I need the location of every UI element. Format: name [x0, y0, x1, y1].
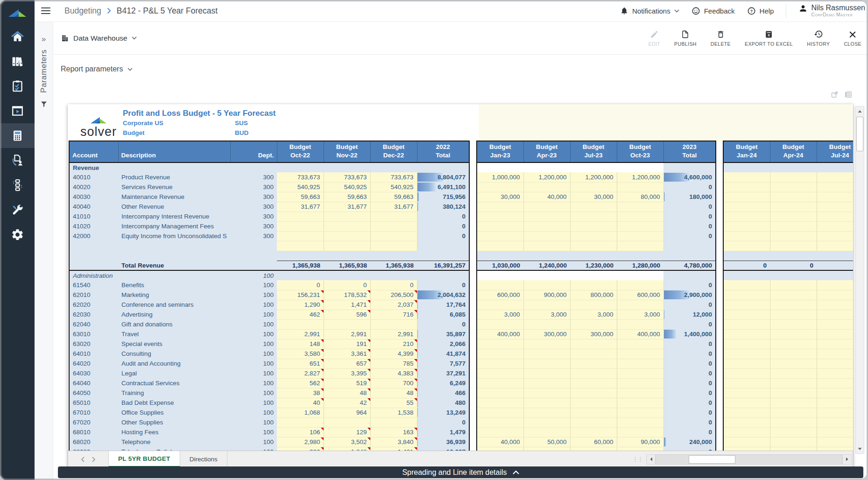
grid-cell[interactable]: 59,663	[370, 192, 417, 202]
grid-cell[interactable]	[770, 359, 817, 368]
grid-cell[interactable]	[770, 427, 817, 437]
close-button[interactable]: CLOSE	[844, 30, 861, 47]
grid-cell[interactable]	[817, 270, 853, 280]
grid-cell[interactable]	[617, 270, 663, 280]
expand-parameters-icon[interactable]: »	[42, 35, 46, 43]
grid-total-cell[interactable]: 466	[417, 388, 469, 398]
grid-cell[interactable]: 733,673	[277, 172, 324, 182]
grid-total-cell[interactable]: 0	[663, 349, 716, 359]
grid-total-cell[interactable]: 380,124	[417, 202, 469, 212]
grid-cell[interactable]	[770, 368, 817, 378]
grid-total-cell[interactable]: 0	[663, 182, 716, 192]
grid-cell[interactable]	[277, 221, 324, 231]
grid-cell[interactable]	[477, 398, 523, 408]
grid-cell[interactable]: 2,991	[370, 329, 417, 339]
grid-cell[interactable]	[723, 408, 770, 417]
grid-cell[interactable]	[523, 368, 570, 378]
grid-total-cell[interactable]: 12,000	[663, 310, 716, 319]
grid-cell[interactable]	[570, 447, 617, 451]
grid-total-cell[interactable]: 0	[663, 417, 716, 427]
grid-cell[interactable]	[477, 162, 523, 172]
grid-cell[interactable]	[570, 270, 617, 280]
grid-total-cell[interactable]: 0	[663, 300, 716, 310]
grid-cell[interactable]	[723, 417, 770, 427]
grid-cell[interactable]	[523, 300, 570, 310]
grid-cell[interactable]	[570, 427, 617, 437]
description-cell[interactable]: Equity Income from Unconsolidated S	[118, 231, 230, 241]
grid-cell[interactable]: 400,000	[617, 329, 663, 339]
grid-cell[interactable]: 50,000	[523, 437, 570, 447]
grid-cell[interactable]	[477, 280, 523, 290]
grid-cell[interactable]: 3,000	[617, 310, 663, 319]
grid-cell[interactable]	[617, 280, 663, 290]
grid-total-cell[interactable]: 0	[417, 319, 469, 329]
account-cell[interactable]: 40020	[69, 182, 118, 192]
horizontal-scroll-thumb[interactable]	[689, 455, 735, 464]
grid-cell[interactable]: 733,673	[324, 172, 370, 182]
description-cell[interactable]: Special events	[118, 339, 230, 349]
grid-cell[interactable]	[817, 241, 853, 251]
grid-cell[interactable]	[230, 241, 277, 251]
grid-cell[interactable]: 1,200,000	[570, 172, 617, 182]
grid-cell[interactable]	[477, 427, 523, 437]
dept-cell[interactable]: 100	[230, 437, 277, 447]
dept-cell[interactable]: 100	[230, 378, 277, 388]
grid-cell[interactable]: 462	[277, 310, 324, 319]
grid-cell[interactable]	[817, 368, 853, 378]
grid-cell[interactable]: 300,000	[523, 329, 570, 339]
grid-cell[interactable]	[770, 310, 817, 319]
grid-total-cell[interactable]: 0	[663, 427, 716, 437]
grid-cell[interactable]	[817, 290, 853, 300]
grid-cell[interactable]: 800,000	[570, 290, 617, 300]
grid-cell[interactable]	[523, 231, 570, 241]
sidebar-item-settings[interactable]	[0, 222, 35, 247]
description-cell[interactable]: Hosting Fees	[118, 427, 230, 437]
grid-cell[interactable]	[617, 212, 663, 221]
grid-cell[interactable]	[817, 251, 853, 261]
grid-cell[interactable]	[817, 398, 853, 408]
grid-cell[interactable]	[817, 162, 853, 172]
grid-cell[interactable]: 1,248	[324, 447, 370, 451]
grid-total-cell[interactable]: 0	[663, 319, 716, 329]
grid-cell[interactable]	[523, 349, 570, 359]
grid-cell[interactable]	[770, 280, 817, 290]
feedback-button[interactable]: Feedback	[692, 7, 735, 15]
description-cell[interactable]: Telephone	[118, 437, 230, 447]
grid-total-cell[interactable]: 16,391,257	[417, 261, 469, 270]
grid-cell[interactable]: 1,365,938	[370, 261, 417, 270]
grid-cell[interactable]	[523, 241, 570, 251]
dept-cell[interactable]: 100	[230, 349, 277, 359]
grid-cell[interactable]	[770, 202, 817, 212]
grid-cell[interactable]: 1,200,000	[617, 172, 663, 182]
grid-cell[interactable]: 1,000,000	[477, 172, 523, 182]
grid-cell[interactable]	[523, 339, 570, 349]
grid-cell[interactable]: 0	[723, 261, 770, 270]
grid-cell[interactable]	[477, 300, 523, 310]
grid-cell[interactable]: 48	[324, 388, 370, 398]
dept-cell[interactable]: 100	[230, 300, 277, 310]
grid-total-cell[interactable]: 41,874	[417, 349, 469, 359]
grid-cell[interactable]: 700	[370, 378, 417, 388]
grid-total-cell[interactable]: 6,491,100	[417, 182, 469, 192]
grid-cell[interactable]: 300,000	[570, 329, 617, 339]
export-to-excel-button[interactable]: X EXPORT TO EXCEL	[745, 30, 793, 47]
grid-total-cell[interactable]: 8,804,077	[417, 172, 469, 182]
grid-cell[interactable]	[663, 162, 716, 172]
account-cell[interactable]: 65010	[69, 398, 118, 408]
grid-cell[interactable]: 600,000	[477, 290, 523, 300]
grid-cell[interactable]	[477, 231, 523, 241]
grid-cell[interactable]	[723, 182, 770, 192]
grid-cell[interactable]	[770, 182, 817, 192]
grid-cell[interactable]	[570, 231, 617, 241]
grid-cell[interactable]	[370, 319, 417, 329]
grid-cell[interactable]	[723, 212, 770, 221]
grid-cell[interactable]: 2,037	[370, 300, 417, 310]
grid-cell[interactable]	[723, 310, 770, 319]
grid-cell[interactable]	[370, 251, 417, 261]
grid-cell[interactable]	[570, 300, 617, 310]
grid-cell[interactable]	[770, 319, 817, 329]
grid-cell[interactable]	[477, 339, 523, 349]
grid-cell[interactable]	[570, 339, 617, 349]
grid-cell[interactable]: 540,925	[277, 182, 324, 192]
grid-cell[interactable]	[523, 388, 570, 398]
